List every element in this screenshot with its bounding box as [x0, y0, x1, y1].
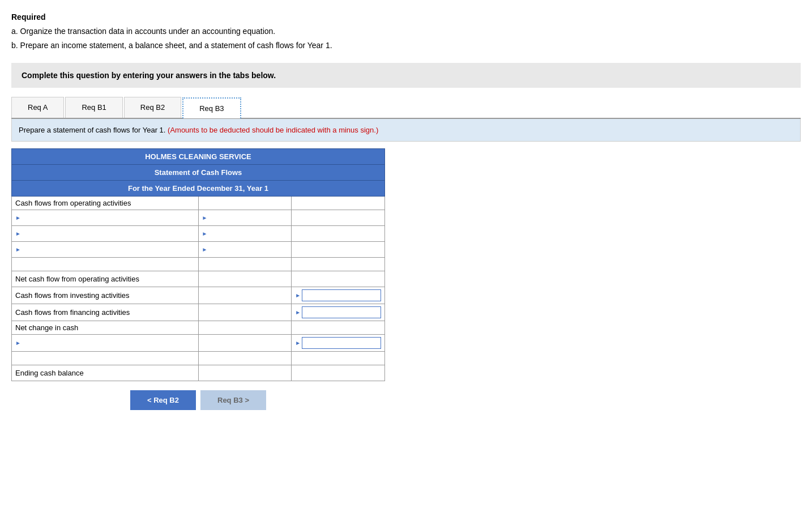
instruction-text: Complete this question by entering your …	[22, 71, 276, 80]
row-input-col2-2	[292, 226, 385, 242]
statement-table: HOLMES CLEANING SERVICE Statement of Cas…	[11, 148, 385, 381]
row-input-label-2[interactable]: ►	[12, 226, 199, 242]
investing-col1	[198, 287, 292, 304]
tab-req-b2[interactable]: Req B2	[124, 97, 181, 118]
statement-name: Statement of Cash Flows	[12, 165, 385, 181]
financing-label: Cash flows from financing activities	[12, 304, 199, 321]
blank-col2	[292, 258, 385, 271]
table-row-net-operating: Net cash flow from operating activities	[12, 271, 385, 287]
row-arrow-col2[interactable]: ►	[292, 335, 385, 352]
table-row-input-arrow: ► ►	[12, 335, 385, 352]
table-row-blank	[12, 258, 385, 271]
table-row-net-change: Net change in cash	[12, 321, 385, 335]
row-input-col1-3[interactable]: ►	[198, 242, 292, 258]
financing-col1	[198, 304, 292, 321]
row-input-col2-3	[292, 242, 385, 258]
company-name: HOLMES CLEANING SERVICE	[12, 149, 385, 165]
input-label-4[interactable]	[22, 338, 195, 348]
next-button[interactable]: Req B3 >	[200, 390, 266, 410]
table-row-investing: Cash flows from investing activities ►	[12, 287, 385, 304]
blank2-col1	[198, 352, 292, 365]
arrow-icon-1: ►	[15, 215, 21, 221]
ending-cash-col1[interactable]	[198, 365, 292, 381]
row-col2-operating	[292, 197, 385, 210]
input-col1-3[interactable]	[208, 244, 288, 255]
row-arrow-col1	[198, 335, 292, 352]
row-input-label-3[interactable]: ►	[12, 242, 199, 258]
required-title: Required	[11, 12, 46, 22]
table-row: ► ►	[12, 242, 385, 258]
table-row-blank-2	[12, 352, 385, 365]
prev-button[interactable]: < Req B2	[130, 390, 196, 410]
tab-instruction-prefix: Prepare a statement of cash flows for Ye…	[19, 126, 165, 134]
input-investing[interactable]	[302, 289, 381, 301]
blank-col1	[198, 258, 292, 271]
blank2-col2	[292, 352, 385, 365]
net-operating-col2	[292, 271, 385, 287]
arrow-icon-financing: ►	[295, 309, 301, 315]
nav-buttons: < Req B2 Req B3 >	[11, 390, 385, 410]
ending-cash-col2[interactable]	[292, 365, 385, 381]
header-statement: Statement of Cash Flows	[12, 165, 385, 181]
input-col1-2[interactable]	[208, 228, 288, 239]
input-col2-4[interactable]	[302, 337, 381, 349]
input-ending-cash-col1[interactable]	[202, 368, 288, 378]
tab-req-b1[interactable]: Req B1	[65, 97, 122, 118]
row-input-col2-1	[292, 210, 385, 226]
header-period: For the Year Ended December 31, Year 1	[12, 181, 385, 197]
requirement-a: a. Organize the transaction data in acco…	[11, 25, 801, 37]
input-col1-1[interactable]	[208, 212, 288, 223]
investing-label: Cash flows from investing activities	[12, 287, 199, 304]
input-label-1[interactable]	[22, 212, 195, 223]
row-arrow-input-label[interactable]: ►	[12, 335, 199, 352]
arrow-icon-col2-4: ►	[295, 340, 301, 346]
statement-period: For the Year Ended December 31, Year 1	[12, 181, 385, 197]
input-financing[interactable]	[302, 306, 381, 318]
row-input-col1-1[interactable]: ►	[198, 210, 292, 226]
header-company: HOLMES CLEANING SERVICE	[12, 149, 385, 165]
arrow-icon-2: ►	[15, 231, 21, 237]
arrow-icon-col1-3: ►	[202, 246, 208, 253]
required-section: Required a. Organize the transaction dat…	[11, 11, 801, 52]
net-operating-label: Net cash flow from operating activities	[12, 271, 199, 287]
row-input-label-1[interactable]: ►	[12, 210, 199, 226]
arrow-icon-col1-1: ►	[202, 215, 208, 221]
arrow-icon-4: ►	[15, 340, 21, 346]
arrow-icon-col1-2: ►	[202, 231, 208, 237]
table-row-financing: Cash flows from financing activities ►	[12, 304, 385, 321]
input-label-3[interactable]	[22, 244, 195, 255]
row-input-col1-2[interactable]: ►	[198, 226, 292, 242]
arrow-icon-investing: ►	[295, 292, 301, 298]
net-operating-col1[interactable]	[198, 271, 292, 287]
financing-col2[interactable]: ►	[292, 304, 385, 321]
net-change-col1	[198, 321, 292, 335]
tab-req-b3[interactable]: Req B3	[182, 97, 241, 118]
table-row: ► ►	[12, 210, 385, 226]
tab-req-a[interactable]: Req A	[11, 97, 64, 118]
table-row-ending-cash: Ending cash balance	[12, 365, 385, 381]
input-net-operating-col1[interactable]	[202, 274, 288, 284]
arrow-icon-3: ►	[15, 246, 21, 253]
table-row: ► ►	[12, 226, 385, 242]
net-change-col2	[292, 321, 385, 335]
input-ending-cash-col2[interactable]	[295, 368, 381, 378]
instruction-box: Complete this question by entering your …	[11, 63, 801, 88]
tabs-row: Req A Req B1 Req B2 Req B3	[11, 97, 801, 119]
tab-content: Prepare a statement of cash flows for Ye…	[11, 119, 801, 142]
net-change-label: Net change in cash	[12, 321, 199, 335]
investing-col2[interactable]: ►	[292, 287, 385, 304]
input-label-2[interactable]	[22, 228, 195, 239]
blank-label	[12, 258, 199, 271]
ending-cash-label: Ending cash balance	[12, 365, 199, 381]
blank2-label	[12, 352, 199, 365]
row-col1-operating	[198, 197, 292, 210]
tab-instruction-suffix: (Amounts to be deducted should be indica…	[168, 126, 378, 134]
row-label-operating: Cash flows from operating activities	[12, 197, 199, 210]
requirement-b: b. Prepare an income statement, a balanc…	[11, 40, 801, 52]
table-row: Cash flows from operating activities	[12, 197, 385, 210]
